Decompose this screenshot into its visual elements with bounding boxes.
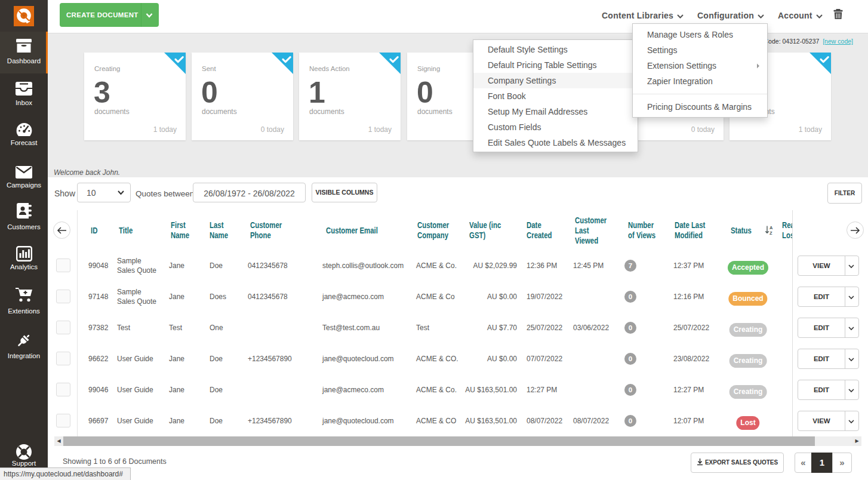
svg-text:Z: Z: [769, 230, 772, 235]
